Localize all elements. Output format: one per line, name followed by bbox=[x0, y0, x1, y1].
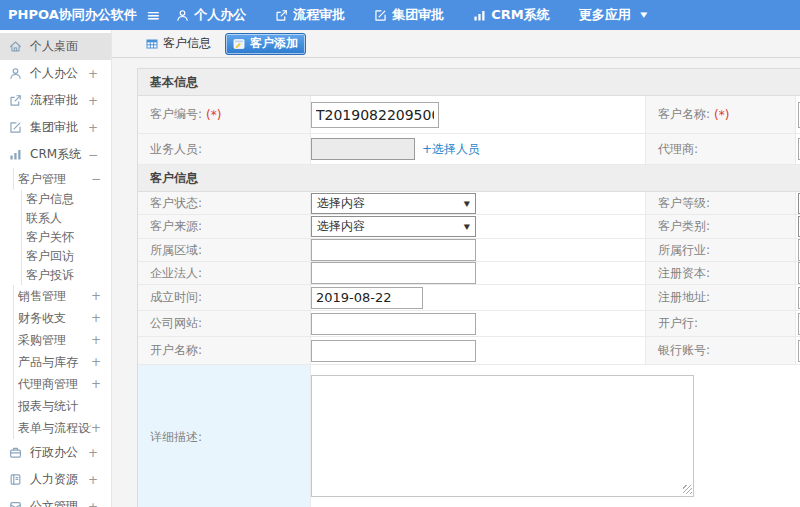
sidebar-item[interactable]: 个人办公+ bbox=[0, 60, 111, 87]
sidebar-item[interactable]: 联系人 bbox=[21, 209, 111, 228]
collapse-minus-icon[interactable]: − bbox=[88, 148, 98, 162]
sidebar-item-label: 公文管理 bbox=[30, 498, 84, 507]
field-label: 企业法人: bbox=[150, 265, 202, 282]
text-input[interactable] bbox=[311, 102, 439, 128]
form-row: 开户名称:银行账号: bbox=[138, 337, 800, 365]
field-input-cell bbox=[796, 311, 800, 336]
sidebar-item[interactable]: 客户回访 bbox=[21, 247, 111, 266]
text-input[interactable] bbox=[311, 262, 476, 284]
description-textarea[interactable] bbox=[311, 375, 694, 497]
expand-plus-icon[interactable]: + bbox=[88, 121, 98, 135]
topmenu-item[interactable]: 集团审批 bbox=[374, 6, 444, 24]
field-label-cell: 开户名称: bbox=[138, 337, 311, 364]
expand-plus-icon[interactable]: + bbox=[88, 446, 98, 460]
sidebar-item-label: 客户投诉 bbox=[26, 267, 101, 284]
sidebar-item[interactable]: CRM系统− bbox=[0, 141, 111, 168]
sidebar-item-label: CRM系统 bbox=[30, 146, 84, 163]
expand-plus-icon[interactable]: + bbox=[91, 377, 101, 391]
select-field[interactable]: 选择内容▼ bbox=[311, 193, 476, 214]
collapse-minus-icon[interactable]: − bbox=[91, 172, 101, 186]
text-input[interactable] bbox=[311, 313, 476, 335]
sidebar-item[interactable]: 客户管理− bbox=[13, 168, 111, 190]
tab-active[interactable]: 客户添加 bbox=[225, 33, 306, 55]
sidebar-item[interactable]: 销售管理+ bbox=[13, 285, 111, 307]
topmenu-item[interactable]: 个人办公 bbox=[176, 6, 246, 24]
addpage-icon bbox=[233, 38, 246, 50]
select-field[interactable]: 选择内容▼ bbox=[311, 216, 476, 237]
form-row: 客户状态:选择内容▼客户等级:选择内容▼ bbox=[138, 192, 800, 215]
sidebar-item-label: 集团审批 bbox=[30, 119, 84, 136]
field-label-cell: 企业法人: bbox=[138, 262, 311, 284]
sidebar-item-label: 报表与统计 bbox=[18, 398, 101, 415]
tab-item[interactable]: 客户信息 bbox=[139, 33, 218, 55]
topmenu-item[interactable]: CRM系统 bbox=[473, 6, 550, 24]
sidebar-item[interactable]: 流程审批+ bbox=[0, 87, 111, 114]
expand-plus-icon[interactable]: + bbox=[88, 500, 98, 507]
field-label-cell: 成立时间: bbox=[138, 285, 311, 310]
field-label-cell: 客户类别: bbox=[646, 215, 796, 238]
select-person-link[interactable]: +选择人员 bbox=[422, 141, 480, 158]
expand-plus-icon[interactable]: + bbox=[91, 333, 101, 347]
sidebar-item[interactable]: 公文管理+ bbox=[0, 493, 111, 507]
briefcase-icon bbox=[9, 446, 23, 459]
sidebar-item[interactable]: 行政办公+ bbox=[0, 439, 111, 466]
field-input-cell bbox=[311, 365, 800, 507]
expand-plus-icon[interactable]: + bbox=[88, 67, 98, 81]
expand-plus-icon[interactable]: + bbox=[91, 289, 101, 303]
sidebar-item[interactable]: 个人桌面 bbox=[0, 33, 111, 60]
form-row: 业务人员:+选择人员代理商: bbox=[138, 134, 800, 165]
sidebar-item[interactable]: 客户投诉 bbox=[21, 266, 111, 285]
expand-plus-icon[interactable]: + bbox=[91, 311, 101, 325]
tab-label: 客户添加 bbox=[250, 35, 298, 52]
topmenu-item[interactable]: 流程审批 bbox=[275, 6, 345, 24]
sidebar-item[interactable]: 客户关怀 bbox=[21, 228, 111, 247]
expand-plus-icon[interactable]: + bbox=[91, 355, 101, 369]
app-logo: PHPOA协同办公软件 bbox=[0, 6, 132, 24]
sidebar-item[interactable]: 表单与流程设置+ bbox=[13, 417, 111, 439]
expand-plus-icon[interactable]: + bbox=[91, 421, 101, 435]
text-input[interactable] bbox=[311, 287, 423, 309]
sidebar-item[interactable]: 集团审批+ bbox=[0, 114, 111, 141]
field-label-cell: 客户来源: bbox=[138, 215, 311, 238]
field-label-cell: 代理商: bbox=[646, 134, 796, 164]
sidebar-item-label: 客户管理 bbox=[18, 171, 87, 188]
field-input-cell bbox=[311, 262, 646, 284]
sidebar-item[interactable]: 产品与库存+ bbox=[13, 351, 111, 373]
field-label: 客户类别: bbox=[658, 218, 710, 235]
form-row: 客户编号:(*)客户名称:(*) bbox=[138, 96, 800, 134]
sidebar-item[interactable]: 代理商管理+ bbox=[13, 373, 111, 395]
field-input-cell: 选择内容▼ bbox=[796, 192, 800, 214]
field-label: 代理商: bbox=[658, 141, 698, 158]
field-label-cell: 公司网站: bbox=[138, 311, 311, 336]
topmenu-item[interactable]: 更多应用▼ bbox=[579, 6, 646, 24]
expand-plus-icon[interactable]: + bbox=[88, 473, 98, 487]
field-label-cell: 所属行业: bbox=[646, 239, 796, 261]
field-label: 银行账号: bbox=[658, 342, 710, 359]
field-label: 公司网站: bbox=[150, 315, 202, 332]
section-header: 客户信息 bbox=[138, 165, 800, 192]
text-input[interactable] bbox=[311, 340, 476, 362]
field-label: 注册资本: bbox=[658, 265, 710, 282]
field-label: 业务人员: bbox=[150, 141, 202, 158]
sidebar-item[interactable]: 采购管理+ bbox=[13, 329, 111, 351]
text-input[interactable] bbox=[311, 239, 476, 261]
sidebar-item[interactable]: 财务收支+ bbox=[13, 307, 111, 329]
field-input-cell bbox=[796, 337, 800, 364]
field-input-cell bbox=[796, 134, 800, 164]
sidebar-item[interactable]: 报表与统计 bbox=[13, 395, 111, 417]
sidebar-item-label: 产品与库存 bbox=[18, 354, 87, 371]
sidebar-item-label: 客户关怀 bbox=[26, 229, 101, 246]
work-area: 基本信息客户编号:(*)客户名称:(*)业务人员:+选择人员代理商:客户信息客户… bbox=[112, 58, 800, 507]
form-row: 成立时间:注册地址: bbox=[138, 285, 800, 311]
field-input-cell bbox=[311, 311, 646, 336]
chevron-down-icon: ▼ bbox=[464, 222, 470, 230]
sidebar-item-label: 个人桌面 bbox=[30, 38, 98, 55]
field-label: 所属行业: bbox=[658, 242, 710, 259]
hamburger-icon[interactable]: ≡ bbox=[146, 7, 160, 24]
topmenu-item-label: 集团审批 bbox=[392, 6, 444, 24]
book-icon bbox=[9, 473, 23, 486]
expand-plus-icon[interactable]: + bbox=[88, 94, 98, 108]
text-input[interactable] bbox=[311, 138, 415, 160]
sidebar-item[interactable]: 人力资源+ bbox=[0, 466, 111, 493]
sidebar-item[interactable]: 客户信息 bbox=[21, 190, 111, 209]
